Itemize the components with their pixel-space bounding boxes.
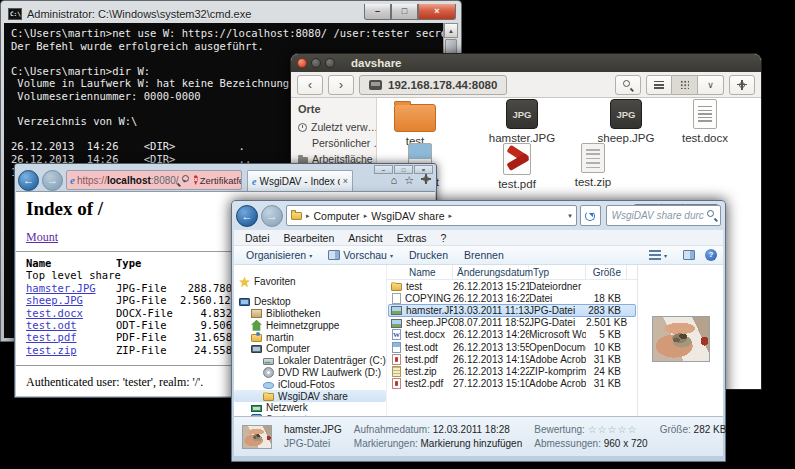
ie-tab-icon: e <box>252 176 256 187</box>
file-date: 26.12.2013 16:22 <box>453 293 529 304</box>
cmd-icon: C:\ <box>8 8 22 20</box>
forward-button[interactable]: → <box>261 205 283 227</box>
sidebar-item[interactable]: Bibliotheken <box>234 308 386 320</box>
menu-item[interactable]: Ansicht <box>341 232 389 244</box>
settings-gear-icon[interactable] <box>421 174 431 186</box>
file-size: 2.501 KB <box>586 317 626 328</box>
forward-button[interactable]: › <box>328 75 354 95</box>
home-icon[interactable]: ⌂ <box>390 175 397 186</box>
back-button[interactable]: ← <box>18 170 39 191</box>
sidebar-item[interactable]: martin <box>234 331 386 343</box>
help-icon[interactable]: ? <box>705 249 717 261</box>
scroll-up-icon[interactable]: ▲ <box>444 23 458 38</box>
sidebar-place-item[interactable]: Persönlicher … <box>298 137 376 149</box>
sidebar-item[interactable]: Desktop <box>234 296 386 308</box>
list-view-button[interactable] <box>646 75 672 95</box>
search-box[interactable] <box>606 205 721 226</box>
file-item[interactable]: test.docx <box>660 99 750 144</box>
nautilus-titlebar[interactable]: davshare <box>291 54 761 72</box>
print-button[interactable]: Drucken <box>403 249 454 261</box>
ie-navigation-bar: ← → e https://localhost:8080/ ▾ × Zertif… <box>18 169 433 191</box>
file-link[interactable]: sheep.JPG <box>26 294 116 306</box>
grid-view-button[interactable] <box>672 75 698 95</box>
burn-button[interactable]: Brennen <box>458 249 510 261</box>
file-link[interactable]: test.zip <box>26 344 116 356</box>
column-size[interactable]: Größe <box>586 265 627 279</box>
tab-close-icon[interactable]: × <box>343 176 348 186</box>
preview-button[interactable]: Vorschau▾ <box>322 249 399 261</box>
preview-pane-button[interactable] <box>677 250 701 260</box>
file-row[interactable]: test.odt 26.12.2013 13:55 OpenDocument T… <box>388 341 636 353</box>
menu-item[interactable]: Datei <box>238 232 277 244</box>
place-label: Persönlicher … <box>312 137 376 149</box>
sidebar-place-item[interactable]: Zuletzt verw… <box>298 121 376 133</box>
file-row[interactable]: test 26.12.2013 15:21 Dateiordner <box>388 280 636 292</box>
breadcrumb[interactable]: ▸ Computer ▸ WsgiDAV share ▸ ▾ <box>286 205 577 226</box>
file-item[interactable]: sheep.JPG <box>581 99 671 144</box>
maximize-button[interactable] <box>325 58 335 68</box>
column-date[interactable]: Änderungsdatum <box>453 265 529 279</box>
sidebar-item[interactable]: WsgiDAV share <box>234 390 386 402</box>
close-button[interactable] <box>297 58 307 68</box>
search-input[interactable] <box>606 205 721 226</box>
file-row[interactable]: test2.pdf 27.12.2013 15:10 Adobe Acrobat… <box>388 378 636 390</box>
sidebar-item-icon <box>263 382 274 389</box>
file-date: 27.12.2013 15:10 <box>453 378 529 389</box>
column-type[interactable]: Typ <box>529 265 586 279</box>
status-add-tag[interactable]: Markierung hinzufügen <box>421 438 523 449</box>
breadcrumb-dropdown-icon[interactable]: ▾ <box>568 212 572 220</box>
rating-stars-icon[interactable]: ☆☆☆☆☆ <box>588 424 638 435</box>
file-row[interactable]: test.pdf 26.12.2013 14:19 Adobe Acrobat … <box>388 353 636 365</box>
column-name[interactable]: Name <box>387 265 453 279</box>
sidebar-item[interactable]: Lokaler Datenträger (C:) <box>234 355 386 367</box>
maximize-button[interactable]: □ <box>391 4 418 20</box>
certificate-error-label[interactable]: Zertifikatfe… <box>200 175 242 186</box>
breadcrumb-computer[interactable]: Computer <box>314 210 360 222</box>
minimize-button[interactable] <box>311 58 321 68</box>
refresh-button[interactable] <box>580 205 601 226</box>
back-button[interactable]: ← <box>236 205 258 227</box>
address-button[interactable]: 192.168.178.44:8080 <box>359 75 507 95</box>
file-row[interactable]: test.docx 26.12.2013 14:26 Microsoft Wor… <box>388 329 636 341</box>
browser-tab[interactable]: e WsgiDAV - Index of / × <box>247 170 353 191</box>
file-row[interactable]: COPYING 26.12.2013 16:22 Datei 18 KB <box>388 292 636 304</box>
sidebar-item[interactable]: Heimnetzgruppe <box>234 319 386 331</box>
sidebar-item[interactable]: Netzwerk <box>234 402 386 414</box>
file-row[interactable]: test.zip 26.12.2013 14:22 ZIP-komprimier… <box>388 365 636 377</box>
file-type: JPG-Datei <box>529 317 586 328</box>
file-link[interactable]: test.odt <box>26 319 116 331</box>
breadcrumb-share[interactable]: WsgiDAV share <box>371 210 444 222</box>
search-button[interactable] <box>615 75 641 95</box>
file-link[interactable]: hamster.JPG <box>26 282 116 294</box>
change-view-button[interactable]: ▾ <box>643 250 673 260</box>
file-link[interactable]: test.docx <box>26 307 116 319</box>
cmd-titlebar[interactable]: C:\ Administrator: C:\Windows\system32\c… <box>4 4 458 23</box>
file-item[interactable]: test <box>370 99 460 147</box>
sidebar-item-label: Bibliotheken <box>266 308 320 319</box>
sidebar-item[interactable]: Favoriten <box>234 276 386 288</box>
file-item[interactable]: test.zip <box>548 143 638 188</box>
menu-item[interactable]: Bearbeiten <box>277 232 342 244</box>
back-button[interactable]: ‹ <box>297 75 323 95</box>
file-row[interactable]: sheep.JPG 08.07.2011 18:52 JPG-Datei 2.5… <box>388 317 636 329</box>
file-link[interactable]: test.pdf <box>26 331 116 343</box>
close-button[interactable]: × <box>418 4 456 20</box>
address-bar[interactable]: e https://localhost:8080/ ▾ × Zertifikat… <box>66 170 242 190</box>
sidebar-item[interactable]: Systemsteuerung <box>234 414 386 416</box>
preview-pane <box>637 265 723 416</box>
mount-link[interactable]: Mount <box>26 230 58 244</box>
favorites-star-icon[interactable]: ☆ <box>404 175 414 186</box>
sidebar-item[interactable]: Computer <box>234 343 386 355</box>
sidebar-item[interactable]: DVD RW Laufwerk (D:) <box>234 367 386 379</box>
forward-button[interactable]: → <box>42 170 63 191</box>
organize-button[interactable]: Organisieren▾ <box>240 249 318 261</box>
sidebar-item[interactable]: iCloud-Fotos <box>234 378 386 390</box>
minimize-button[interactable]: – <box>364 4 391 20</box>
view-options-button[interactable]: ∨ <box>698 75 724 95</box>
file-row[interactable]: hamster.JPG 13.03.2011 11:13 JPG-Datei 2… <box>388 304 636 316</box>
menu-item[interactable]: Extras <box>390 232 434 244</box>
menu-item[interactable]: ? <box>434 232 454 244</box>
url-path: :8080/ <box>151 175 179 186</box>
settings-button[interactable] <box>729 75 755 95</box>
file-item[interactable]: hamster.JPG <box>477 99 567 144</box>
